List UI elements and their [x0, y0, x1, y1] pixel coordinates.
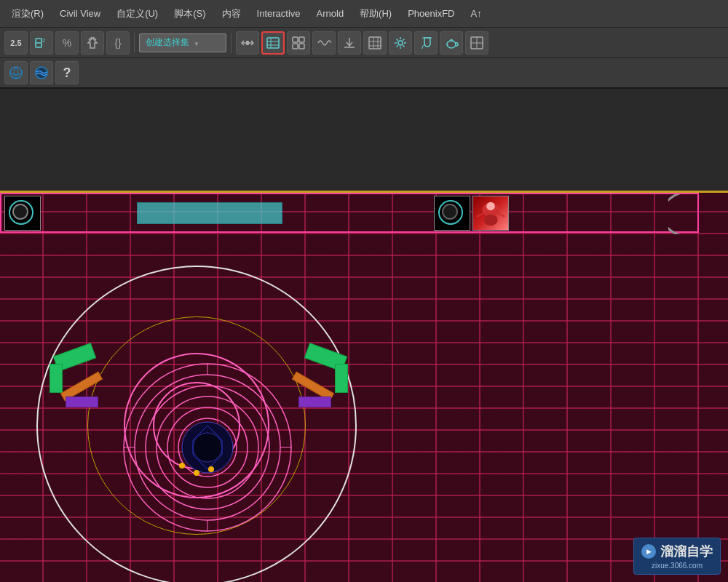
num-display-btn[interactable]: 2.5 — [4, 31, 28, 55]
small-grid-btn[interactable] — [465, 31, 488, 55]
top-dark-area — [0, 89, 728, 191]
wave2-icon — [33, 65, 50, 81]
purple-rect-2 — [298, 396, 331, 407]
timeline-bar — [137, 202, 282, 224]
timeline-thumb-1 — [4, 196, 41, 231]
settings-btn[interactable] — [389, 31, 412, 55]
num-value: 2.5 — [10, 39, 21, 47]
timeline-strip — [0, 193, 699, 233]
svg-rect-8 — [299, 37, 304, 42]
wave2-btn[interactable] — [30, 61, 53, 84]
svg-text:2: 2 — [42, 38, 45, 43]
menu-script[interactable]: 脚本(S) — [167, 4, 213, 23]
timeline-thumb-2 — [434, 196, 470, 231]
grid-view-btn[interactable] — [287, 31, 310, 55]
question-icon: ? — [63, 65, 71, 81]
teapot-btn[interactable] — [440, 31, 463, 55]
svg-point-25 — [486, 202, 495, 210]
menu-civil-view[interactable]: Civil View — [52, 5, 108, 22]
list-view-icon — [266, 36, 280, 50]
separator-2 — [231, 33, 232, 53]
watermark-cn-text: 溜溜自学 — [660, 543, 713, 560]
menu-arnold[interactable]: Arnold — [309, 5, 352, 22]
green-rect-3 — [50, 364, 63, 393]
table-btn[interactable] — [363, 31, 387, 55]
split-btn[interactable] — [236, 31, 259, 55]
toolbar-row2: ? — [0, 58, 728, 89]
menu-interactive[interactable]: Interactive — [250, 5, 308, 22]
menu-phoenixfd[interactable]: PhoenixFD — [400, 5, 462, 22]
b-squared-icon: 2 — [34, 36, 49, 50]
char-thumb-svg — [473, 196, 508, 231]
svg-rect-2 — [246, 41, 249, 45]
bracket-btn[interactable]: {} — [106, 31, 130, 55]
bracket-icon: {} — [114, 37, 121, 49]
svg-rect-10 — [299, 44, 304, 49]
menu-content[interactable]: 内容 — [215, 4, 248, 23]
gear-icon — [393, 36, 408, 50]
timeline-thumb-char — [472, 196, 509, 231]
download-icon — [342, 36, 357, 50]
menu-customize[interactable]: 自定义(U) — [109, 4, 165, 23]
pour-icon — [419, 36, 433, 50]
viewport-content: ▶ 溜溜自学 zixue.3066.com — [0, 193, 728, 582]
svg-point-24 — [483, 214, 497, 225]
watermark-url-text: zixue.3066.com — [652, 562, 703, 570]
teapot-icon — [444, 36, 459, 50]
arrow-btn[interactable] — [81, 31, 104, 55]
arrow-icon — [85, 36, 100, 50]
svg-rect-11 — [369, 37, 381, 49]
list-view-btn[interactable] — [261, 31, 285, 55]
green-rect-4 — [335, 364, 348, 393]
help-btn[interactable]: ? — [55, 61, 79, 84]
globe-btn[interactable] — [4, 61, 28, 84]
svg-point-17 — [447, 41, 456, 48]
table-icon — [368, 36, 382, 50]
grid-view-icon — [291, 36, 306, 50]
watermark-play-icon: ▶ — [641, 544, 656, 559]
svg-line-27 — [497, 213, 505, 217]
small-grid-icon — [470, 36, 484, 50]
timeline-circle-right — [668, 194, 697, 234]
watermark: ▶ 溜溜自学 zixue.3066.com — [633, 538, 721, 575]
selection-set-dropdown[interactable]: 创建选择集 — [139, 33, 226, 52]
svg-line-26 — [477, 213, 484, 217]
watermark-logo: ▶ 溜溜自学 — [641, 543, 713, 560]
svg-point-16 — [398, 41, 403, 45]
menu-render[interactable]: 渲染(R) — [4, 4, 51, 23]
grid-background — [0, 193, 728, 582]
toolbar-row1: 2.5 2 % {} 创建选择集 — [0, 28, 728, 58]
wave-icon — [317, 36, 331, 50]
percent-btn[interactable]: % — [55, 31, 79, 55]
menu-help[interactable]: 帮助(H) — [352, 4, 399, 23]
dropdown-label: 创建选择集 — [146, 36, 189, 49]
wave-btn[interactable] — [312, 31, 336, 55]
svg-rect-3 — [267, 38, 279, 48]
b-squared-btn[interactable]: 2 — [30, 31, 53, 55]
svg-rect-7 — [293, 37, 298, 42]
purple-rect-1 — [66, 396, 98, 407]
pour-btn[interactable] — [414, 31, 438, 55]
separator-1 — [134, 33, 135, 53]
globe-icon — [8, 65, 24, 81]
dropdown-arrow-icon — [194, 38, 199, 48]
svg-point-21 — [10, 67, 22, 79]
menu-ai[interactable]: A↑ — [463, 5, 488, 22]
percent-icon: % — [63, 37, 71, 49]
split-icon — [240, 36, 255, 50]
menu-bar: 渲染(R) Civil View 自定义(U) 脚本(S) 内容 Interac… — [0, 0, 728, 28]
svg-rect-9 — [293, 44, 298, 49]
download-btn[interactable] — [338, 31, 361, 55]
viewport: ▶ 溜溜自学 zixue.3066.com — [0, 89, 728, 582]
